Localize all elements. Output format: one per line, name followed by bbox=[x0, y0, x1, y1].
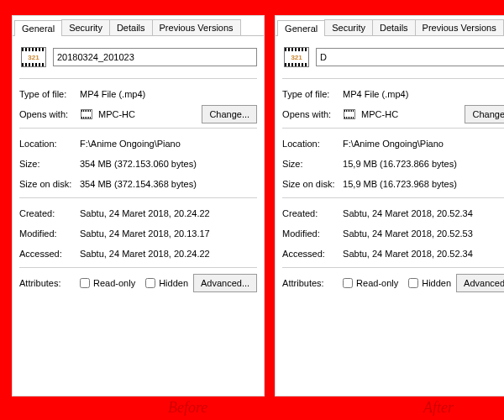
checkbox-hidden[interactable]: Hidden bbox=[145, 278, 188, 288]
label-attributes: Attributes: bbox=[19, 278, 75, 288]
separator bbox=[19, 197, 257, 198]
tab-strip: General Security Details Previous Versio… bbox=[13, 16, 264, 36]
label-created: Created: bbox=[282, 208, 338, 218]
tab-general[interactable]: General bbox=[277, 20, 325, 36]
label-size-on-disk: Size on disk: bbox=[282, 179, 338, 189]
checkbox-hidden[interactable]: Hidden bbox=[408, 278, 451, 288]
value-size: 354 MB (372.153.060 bytes) bbox=[80, 159, 257, 169]
change-button[interactable]: Change... bbox=[202, 105, 257, 123]
app-name: MPC-HC bbox=[98, 109, 135, 119]
separator bbox=[282, 267, 504, 268]
label-opens-with: Opens with: bbox=[19, 109, 75, 119]
separator bbox=[282, 128, 504, 129]
label-accessed: Accessed: bbox=[282, 249, 338, 259]
separator bbox=[19, 128, 257, 129]
value-location: F:\Anime Ongoing\Piano bbox=[80, 139, 257, 149]
label-type-of-file: Type of file: bbox=[282, 89, 338, 99]
label-location: Location: bbox=[19, 139, 75, 149]
label-size: Size: bbox=[19, 159, 75, 169]
value-accessed: Sabtu, 24 Maret 2018, 20.52.34 bbox=[343, 249, 504, 259]
separator bbox=[282, 197, 504, 198]
checkbox-readonly[interactable]: Read-only bbox=[343, 278, 398, 288]
label-type-of-file: Type of file: bbox=[19, 89, 75, 99]
app-name: MPC-HC bbox=[361, 109, 398, 119]
value-size-on-disk: 15,9 MB (16.723.968 bytes) bbox=[343, 179, 504, 189]
caption-before: Before bbox=[168, 399, 207, 417]
separator bbox=[19, 78, 257, 79]
value-opens-with: MPC-HC bbox=[343, 108, 459, 121]
app-icon bbox=[343, 108, 356, 121]
label-location: Location: bbox=[282, 139, 338, 149]
label-accessed: Accessed: bbox=[19, 249, 75, 259]
tab-strip: General Security Details Previous Versio… bbox=[276, 16, 504, 36]
label-attributes: Attributes: bbox=[282, 278, 338, 288]
value-size: 15,9 MB (16.723.866 bytes) bbox=[343, 159, 504, 169]
filename-input[interactable] bbox=[53, 48, 257, 66]
separator bbox=[282, 78, 504, 79]
value-modified: Sabtu, 24 Maret 2018, 20.52.53 bbox=[343, 228, 504, 239]
label-created: Created: bbox=[19, 208, 75, 218]
properties-dialog-after: General Security Details Previous Versio… bbox=[275, 15, 504, 396]
value-type-of-file: MP4 File (.mp4) bbox=[343, 89, 504, 99]
tab-previous-versions[interactable]: Previous Versions bbox=[152, 19, 241, 35]
value-created: Sabtu, 24 Maret 2018, 20.52.34 bbox=[343, 208, 504, 218]
advanced-button[interactable]: Advanced... bbox=[193, 274, 257, 292]
panel-general: 321 Type of file: MP4 File (.mp4) Opens … bbox=[13, 36, 264, 396]
tab-general[interactable]: General bbox=[14, 20, 62, 36]
value-size-on-disk: 354 MB (372.154.368 bytes) bbox=[80, 179, 257, 189]
tab-previous-versions[interactable]: Previous Versions bbox=[415, 19, 504, 35]
separator bbox=[19, 267, 257, 268]
value-accessed: Sabtu, 24 Maret 2018, 20.24.22 bbox=[80, 249, 257, 259]
change-button[interactable]: Change... bbox=[465, 105, 504, 123]
checkbox-readonly[interactable]: Read-only bbox=[80, 278, 135, 288]
label-modified: Modified: bbox=[282, 228, 338, 239]
value-opens-with: MPC-HC bbox=[80, 108, 197, 121]
caption-after: After bbox=[423, 399, 454, 417]
label-size-on-disk: Size on disk: bbox=[19, 179, 75, 189]
file-type-icon: 321 bbox=[19, 45, 48, 70]
value-location: F:\Anime Ongoing\Piano bbox=[343, 139, 504, 149]
label-size: Size: bbox=[282, 159, 338, 169]
tab-security[interactable]: Security bbox=[324, 19, 373, 35]
panel-general: 321 Type of file: MP4 File (.mp4) Opens … bbox=[276, 36, 504, 396]
value-type-of-file: MP4 File (.mp4) bbox=[80, 89, 257, 99]
tab-details[interactable]: Details bbox=[372, 19, 416, 35]
tab-security[interactable]: Security bbox=[61, 19, 110, 35]
advanced-button[interactable]: Advanced... bbox=[456, 274, 504, 292]
properties-dialog-before: General Security Details Previous Versio… bbox=[12, 15, 265, 396]
file-type-icon: 321 bbox=[282, 45, 311, 70]
label-opens-with: Opens with: bbox=[282, 109, 338, 119]
app-icon bbox=[80, 108, 93, 121]
value-created: Sabtu, 24 Maret 2018, 20.24.22 bbox=[80, 208, 257, 218]
label-modified: Modified: bbox=[19, 228, 75, 239]
value-modified: Sabtu, 24 Maret 2018, 20.13.17 bbox=[80, 228, 257, 239]
filename-input[interactable] bbox=[316, 48, 504, 66]
tab-details[interactable]: Details bbox=[109, 19, 153, 35]
